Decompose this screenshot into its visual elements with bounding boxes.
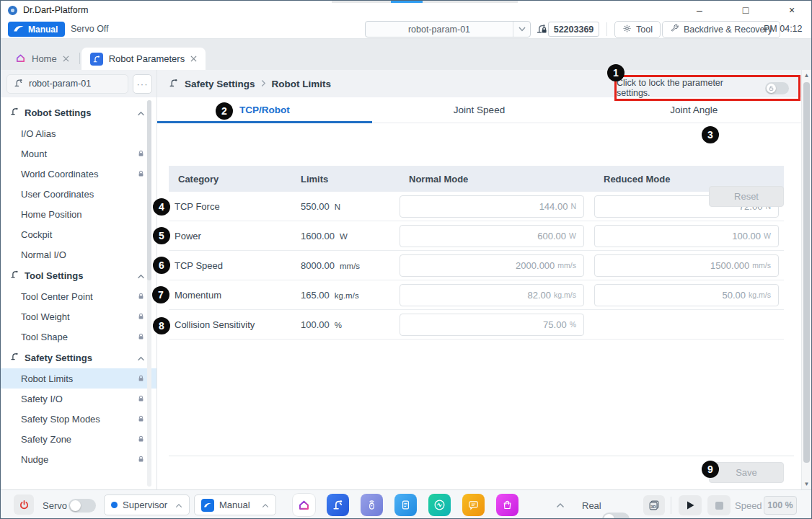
sidebar-item-io-alias[interactable]: I/O Alias — [1, 123, 156, 143]
power-button[interactable] — [14, 494, 34, 515]
stop-button[interactable] — [707, 495, 731, 515]
sidebar-item-tool-center-point[interactable]: Tool Center Point — [1, 286, 156, 306]
sidebar: robot-param-01 ··· Robot Settings I/O Al… — [1, 70, 157, 489]
annotation-7: 7 — [152, 286, 169, 303]
sidebar-item-tool-shape[interactable]: Tool Shape — [1, 327, 156, 347]
lock-icon — [137, 169, 145, 178]
statusbar: Servo Supervisor Manual Real 3D — [1, 489, 811, 519]
sidebar-item-nudge[interactable]: Nudge — [1, 449, 156, 469]
backdrive-recovery-button[interactable]: Backdrive & Recovery — [662, 21, 780, 38]
dock-monitoring-icon[interactable] — [428, 494, 451, 516]
play-button[interactable] — [679, 495, 702, 515]
tab-joint-speed[interactable]: Joint Speed — [372, 97, 587, 123]
table-row-tcp-speed: TCP Speed 8000.00mm/s 2000.000mm/s 1500.… — [169, 251, 784, 280]
scrollbar-thumb[interactable] — [803, 82, 810, 463]
sidebar-item-user-coordinates[interactable]: User Coordinates — [1, 184, 156, 204]
reduced-mode-input[interactable]: 100.00W — [594, 225, 779, 247]
sidebar-item-safety-stop-modes[interactable]: Safety Stop Modes — [1, 409, 156, 429]
speed-label: Speed — [735, 500, 762, 511]
dock-teach-pendant-icon[interactable] — [361, 494, 383, 516]
save-button[interactable]: Save — [709, 462, 784, 483]
sidebar-item-safety-zone[interactable]: Safety Zone — [1, 429, 156, 449]
mode-select[interactable]: Manual — [194, 494, 276, 515]
dock-message-log-icon[interactable] — [462, 494, 485, 516]
chevron-down-icon — [513, 22, 530, 37]
normal-mode-input[interactable]: 144.00N — [400, 195, 584, 218]
mode-manual-button[interactable]: Manual — [8, 22, 65, 37]
chevron-up-icon — [137, 270, 145, 281]
tab-separator — [79, 53, 80, 64]
tab-tcp-robot[interactable]: TCP/Robot — [157, 97, 372, 123]
breadcrumb-parent[interactable]: Safety Settings — [185, 79, 255, 89]
chevron-up-icon — [175, 500, 182, 510]
user-role-select[interactable]: Supervisor — [104, 494, 190, 515]
real-mode-label: Real — [582, 500, 601, 511]
close-tab-icon[interactable] — [190, 53, 197, 64]
robot-icon — [169, 78, 179, 90]
dock-task-document-icon[interactable] — [394, 494, 417, 516]
chevron-up-icon — [137, 352, 145, 363]
dock-store-icon[interactable] — [496, 494, 518, 516]
robot-icon — [14, 78, 24, 90]
scroll-up-icon[interactable]: ▲ — [802, 72, 811, 79]
sidebar-item-tool-weight[interactable]: Tool Weight — [1, 306, 156, 327]
sidebar-item-cockpit[interactable]: Cockpit — [1, 224, 156, 244]
normal-mode-input[interactable]: 2000.000mm/s — [400, 254, 584, 277]
lock-icon — [137, 292, 145, 301]
normal-mode-input[interactable]: 600.00W — [400, 225, 584, 247]
close-tab-icon[interactable] — [63, 53, 69, 64]
window-top-strip-accent — [391, 1, 423, 3]
annotation-2: 2 — [216, 102, 233, 120]
sidebar-item-normal-io[interactable]: Normal I/O — [1, 244, 156, 265]
dock-home-icon[interactable] — [293, 494, 315, 516]
sidebar-item-safety-io[interactable]: Safety I/O — [1, 389, 156, 409]
minimize-button[interactable]: – — [693, 4, 706, 16]
sidebar-item-home-position[interactable]: Home Position — [1, 204, 156, 224]
table-row-collision-sensitivity: Collision Sensitivity 100.00% 75.00% — [169, 310, 784, 340]
robot-parameters-icon — [90, 53, 103, 66]
tab-robot-parameters[interactable]: Robot Parameters — [81, 48, 206, 70]
main-scrollbar[interactable]: ▲ ▼ — [801, 70, 811, 489]
sidebar-item-robot-limits[interactable]: Robot Limits — [1, 368, 156, 389]
close-button[interactable]: × — [785, 4, 798, 16]
table-row-power: Power 1600.00W 600.00W 100.00W — [169, 221, 784, 251]
robot-serial-number: 52203369 — [548, 22, 599, 37]
real-mode-toggle[interactable] — [602, 513, 630, 519]
reset-button[interactable]: Reset — [709, 186, 784, 207]
section-safety-settings[interactable]: Safety Settings — [1, 347, 156, 368]
speed-value[interactable]: 100 % — [764, 496, 797, 515]
servo-toggle[interactable] — [69, 499, 96, 513]
section-robot-settings[interactable]: Robot Settings — [1, 102, 156, 123]
sidebar-scrollbar-thumb[interactable] — [147, 100, 151, 280]
normal-mode-input[interactable]: 75.00% — [400, 314, 584, 336]
reduced-mode-input[interactable]: 50.00kg.m/s — [594, 284, 779, 306]
tab-home[interactable]: Home — [6, 48, 78, 70]
section-tool-settings[interactable]: Tool Settings — [1, 265, 156, 286]
lock-icon — [137, 332, 145, 341]
lock-icon — [137, 455, 145, 463]
parameter-file-select[interactable]: robot-param-01 — [365, 21, 531, 37]
maximize-button[interactable]: □ — [739, 4, 752, 16]
robot-icon — [10, 107, 19, 118]
dock-robot-parameters-icon[interactable] — [327, 494, 349, 516]
servo-status-text: Servo Off — [71, 24, 109, 34]
dock-expand-chevron-icon[interactable] — [556, 500, 565, 510]
scroll-down-icon[interactable]: ▼ — [802, 481, 811, 487]
tab-joint-angle[interactable]: Joint Angle — [586, 97, 801, 123]
sidebar-menu-button[interactable]: ··· — [133, 74, 152, 94]
3d-view-button[interactable]: 3D — [643, 495, 665, 515]
tool-button[interactable]: Tool — [614, 21, 661, 38]
parameter-file-label[interactable]: robot-param-01 — [6, 74, 128, 94]
sidebar-item-world-coordinates[interactable]: World Coordinates — [1, 164, 156, 184]
reduced-mode-input[interactable]: 1500.000mm/s — [594, 254, 779, 277]
robot-swoosh-icon — [13, 25, 25, 35]
parameter-lock-toggle[interactable] — [765, 82, 789, 94]
chevron-up-icon — [262, 500, 269, 510]
annotation-3: 3 — [702, 126, 719, 143]
lock-icon — [137, 312, 145, 321]
lock-icon — [137, 414, 145, 423]
app-title: Dr.Dart-Platform — [23, 5, 88, 15]
sidebar-item-mount[interactable]: Mount — [1, 143, 156, 164]
robot-icon — [10, 352, 19, 363]
normal-mode-input[interactable]: 82.00kg.m/s — [400, 284, 584, 306]
